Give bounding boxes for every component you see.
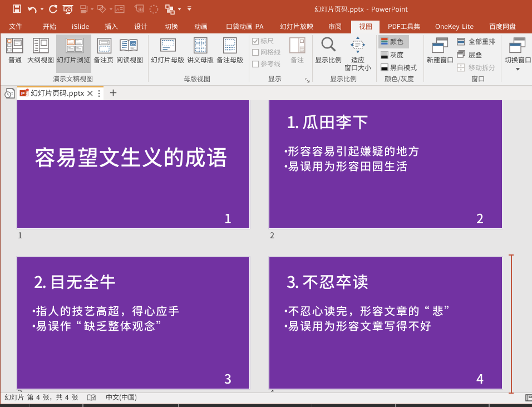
svg-text:A: A [116,7,120,12]
svg-text:P: P [21,90,25,96]
